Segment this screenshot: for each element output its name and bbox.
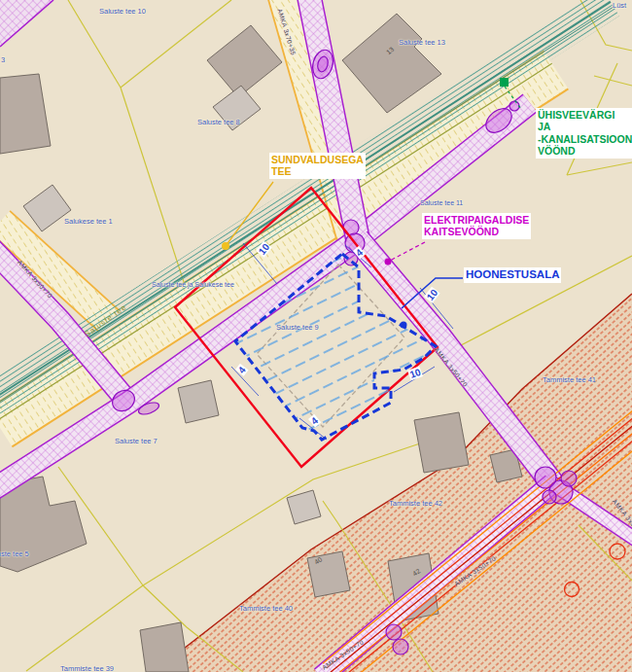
parcel-label-tammiste-42: Tammiste tee 42	[389, 500, 442, 508]
annotation-sundvaldusega-line2: TEE	[271, 165, 364, 177]
annotation-yhisveevargi-line3: -KANALISATSIOONI	[538, 133, 632, 145]
annotation-hoonestusala: HOONESTUSALA	[464, 267, 561, 283]
annotation-yhisveevargi: ÜHISVEEVÄRGI JA -KANALISATSIOONI VÖÖND	[536, 108, 632, 159]
annotation-yhisveevargi-line2: JA	[538, 121, 632, 132]
parcel-label-saluste-9: Saluste tee 9	[276, 324, 319, 332]
annotation-elektripaigaldise-line2: KAITSEVÖÖND	[424, 226, 529, 237]
annotation-elektripaigaldise-line1: ELEKTRIPAIGALDISE	[424, 214, 529, 226]
annotation-yhisveevargi-line4: VÖÖND	[538, 145, 632, 157]
parcel-label-saluste-10: Saluste tee 10	[99, 8, 146, 16]
annotation-sundvaldusega-line1: SUNDVALDUSEGA	[271, 154, 364, 165]
map-graphics	[0, 0, 632, 672]
parcel-label-saluste-11: Saluste tee 11	[420, 199, 463, 207]
map-canvas: Saluste tee 10 Saluste tee 13 Saluste te…	[0, 0, 632, 672]
parcel-label-tammiste-40: Tammiste tee 40	[239, 605, 293, 613]
parcel-label-3: 3	[1, 56, 5, 64]
parcel-label-saluste-8: Saluste tee 8	[197, 119, 240, 126]
parcel-label-salukese-1: Salukese tee 1	[64, 218, 113, 226]
annotation-elektripaigaldise: ELEKTRIPAIGALDISE KAITSEVÖÖND	[422, 213, 531, 239]
annotation-sundvaldusega-tee: SUNDVALDUSEGA TEE	[269, 153, 366, 179]
annotation-yhisveevargi-line1: ÜHISVEEVÄRGI	[538, 109, 632, 121]
parcel-label-lyst: Lüst	[613, 2, 626, 10]
parcel-label-saluste-5: Saluste tee 5	[0, 550, 29, 558]
parcel-label-saluste-7: Saluste tee 7	[115, 438, 158, 445]
parcel-label-saluste-13: Saluste tee 13	[399, 39, 445, 47]
parcel-label-tammiste-39: Tammiste tee 39	[60, 665, 114, 672]
parcel-label-saluste-salukese-road: Saluste tee ja Salukese tee	[152, 281, 234, 289]
parcel-label-tammiste-41: Tammiste tee 41	[543, 376, 596, 384]
